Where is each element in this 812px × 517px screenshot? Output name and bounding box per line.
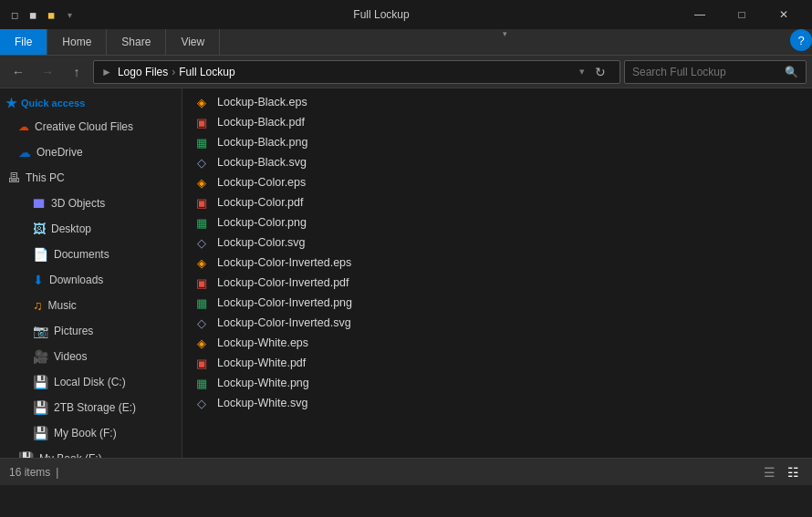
list-item[interactable]: ▦ Lockup-Color.png [182,212,812,233]
sidebar-item-music[interactable]: ♫ Music [0,293,182,318]
address-bar[interactable]: ► Logo Files › Full Lockup ▾ ↻ [93,60,620,84]
ribbon: File Home Share View ▾ ? [0,29,812,56]
minimize-button[interactable]: — [679,0,721,29]
sidebar-label-storage-e: 2TB Storage (E:) [54,401,136,414]
list-item[interactable]: ▦ Lockup-Black.png [182,132,812,152]
list-item[interactable]: ◇ Lockup-Color.svg [182,233,812,253]
list-item[interactable]: ▣ Lockup-White.pdf [182,353,812,373]
sidebar-item-downloads[interactable]: ⬇ Downloads [0,267,182,293]
downloads-icon: ⬇ [33,273,44,287]
tab-file[interactable]: File [0,29,47,55]
file-name: Lockup-White.png [217,377,309,389]
pdf-icon: ▣ [193,194,210,211]
sidebar-item-desktop[interactable]: 🖼 Desktop [0,216,182,242]
png-icon: ▦ [193,214,210,231]
pdf-icon: ▣ [193,274,210,291]
png-icon: ▦ [193,134,210,150]
list-item[interactable]: ▦ Lockup-White.png [182,373,812,393]
svg-icon: ◇ [193,315,210,331]
tab-share[interactable]: Share [107,29,166,55]
sidebar: ★ Quick access ☁ Creative Cloud Files ☁ … [0,88,182,458]
sidebar-label-my-book-f2: My Book (F:) [39,452,102,458]
sidebar-item-local-disk[interactable]: 💾 Local Disk (C:) [0,369,182,395]
pdf-icon: ▣ [193,355,210,371]
breadcrumb-arrow: ► [101,66,112,78]
sidebar-item-storage-e[interactable]: 💾 2TB Storage (E:) [0,395,182,420]
list-view-button[interactable]: ☷ [783,462,803,482]
list-item[interactable]: ▦ Lockup-Color-Inverted.png [182,293,812,313]
eps-icon: ◈ [193,335,210,351]
breadcrumb-full-lockup[interactable]: Full Lockup [179,66,234,78]
sidebar-item-this-pc[interactable]: 🖶 This PC [0,165,182,191]
search-input[interactable] [632,66,785,78]
app-icon-2: ◼ [26,7,40,22]
file-list: ◈ Lockup-Black.eps ▣ Lockup-Black.pdf ▦ … [182,88,812,458]
sidebar-label-downloads: Downloads [49,274,103,286]
file-name: Lockup-Color.svg [217,236,306,249]
svg-icon: ◇ [193,154,210,171]
sidebar-item-creative-cloud[interactable]: ☁ Creative Cloud Files [0,114,182,140]
disk-f2-icon: 💾 [18,451,34,458]
forward-button[interactable]: → [35,59,60,85]
svg-icon: ◇ [193,234,210,251]
back-button[interactable]: ← [5,59,31,85]
address-row: ← → ↑ ► Logo Files › Full Lockup ▾ ↻ 🔍 [0,56,812,88]
refresh-button[interactable]: ↻ [588,60,612,84]
3d-icon: ⯀ [33,196,46,211]
sidebar-label-videos: Videos [54,350,87,363]
title-text: Full Lockup [84,8,679,21]
sidebar-item-3d-objects[interactable]: ⯀ 3D Objects [0,191,182,216]
sidebar-item-onedrive[interactable]: ☁ OneDrive [0,140,182,165]
tab-view[interactable]: View [166,29,220,55]
title-bar-icons: ◻ ◼ ◼ ▾ [7,7,77,22]
file-name: Lockup-Color.pdf [217,196,304,209]
list-item[interactable]: ◈ Lockup-Color.eps [182,172,812,192]
list-item[interactable]: ▣ Lockup-Black.pdf [182,112,812,132]
details-view-button[interactable]: ☰ [759,462,779,482]
file-name: Lockup-White.eps [217,336,308,349]
close-button[interactable]: ✕ [763,0,805,29]
pdf-icon: ▣ [193,114,210,130]
sidebar-item-videos[interactable]: 🎥 Videos [0,344,182,369]
file-name: Lockup-Color-Inverted.eps [217,256,351,269]
cloud-icon: ☁ [18,120,29,133]
tab-home[interactable]: Home [47,29,107,55]
file-name: Lockup-Color-Inverted.pdf [217,276,349,289]
list-item[interactable]: ◇ Lockup-Black.svg [182,152,812,172]
list-item[interactable]: ◇ Lockup-White.svg [182,393,812,413]
sidebar-item-my-book-f1[interactable]: 💾 My Book (F:) [0,420,182,446]
sidebar-label-local-disk: Local Disk (C:) [54,376,126,388]
app-icon-3: ◼ [44,7,58,22]
breadcrumb-logo-files[interactable]: Logo Files [118,66,168,78]
sidebar-label-pictures: Pictures [54,325,93,337]
file-name: Lockup-White.pdf [217,357,306,369]
help-button[interactable]: ? [790,29,812,51]
list-item[interactable]: ◇ Lockup-Color-Inverted.svg [182,313,812,333]
list-item[interactable]: ◈ Lockup-White.eps [182,333,812,353]
maximize-button[interactable]: □ [721,0,763,29]
music-icon: ♫ [33,298,43,313]
sidebar-item-quick-access[interactable]: ★ Quick access [0,92,182,114]
up-button[interactable]: ↑ [64,59,89,85]
eps-icon: ◈ [193,254,210,271]
sidebar-item-pictures[interactable]: 📷 Pictures [0,318,182,344]
app-icon-1: ◻ [7,7,22,22]
search-box[interactable]: 🔍 [624,60,807,84]
list-item[interactable]: ◈ Lockup-Color-Inverted.eps [182,253,812,273]
png-icon: ▦ [193,295,210,311]
list-item[interactable]: ▣ Lockup-Color.pdf [182,192,812,212]
search-icon: 🔍 [785,66,798,78]
item-count: 16 items [9,466,50,479]
list-item[interactable]: ▣ Lockup-Color-Inverted.pdf [182,273,812,293]
disk-f1-icon: 💾 [33,426,48,440]
address-bar-chevron[interactable]: ▾ [579,66,585,78]
view-toggle: ☰ ☷ [759,462,803,482]
onedrive-icon: ☁ [18,145,31,160]
list-item[interactable]: ◈ Lockup-Black.eps [182,92,812,112]
sidebar-label-music: Music [48,299,77,312]
disk-c-icon: 💾 [33,375,48,389]
sidebar-item-documents[interactable]: 📄 Documents [0,242,182,267]
sidebar-label-this-pc: This PC [26,171,65,184]
ribbon-expand-chevron[interactable]: ▾ [497,29,513,55]
sidebar-item-my-book-f2[interactable]: 💾 My Book (F:) [0,446,182,458]
